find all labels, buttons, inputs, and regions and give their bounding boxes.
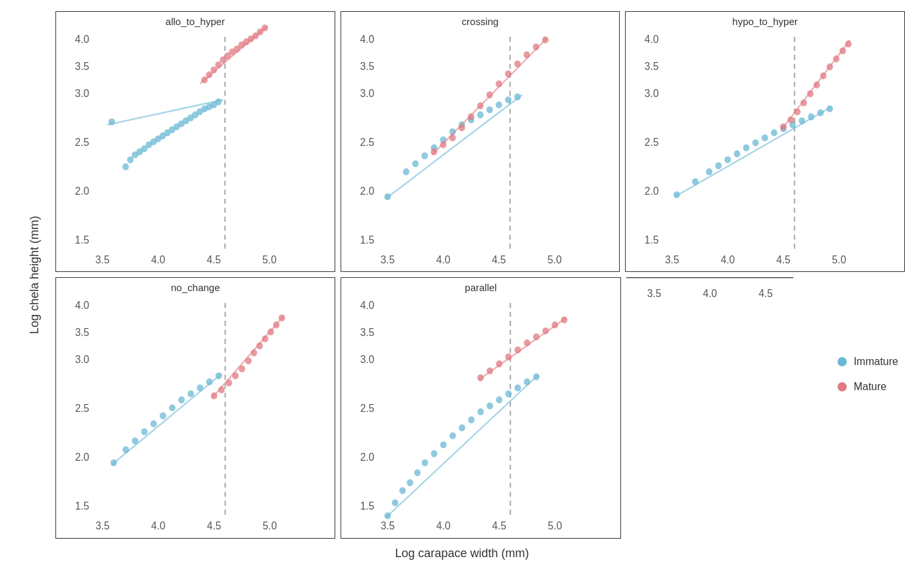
legend-label-mature: Mature [853,381,886,393]
svg-text:3.5: 3.5 [75,59,90,72]
svg-point-102 [706,168,713,175]
svg-text:5.0: 5.0 [263,253,277,265]
svg-point-193 [524,378,531,386]
svg-line-165 [213,316,284,398]
legend-dot-immature [838,357,847,366]
svg-point-70 [486,106,493,114]
plot-svg-crossing: 1.5 2.0 2.5 3.0 3.5 4.0 3.5 4.0 4.5 5.0 [341,12,620,272]
svg-text:5.0: 5.0 [263,520,277,532]
svg-point-69 [477,111,484,118]
panel-title-allo_to_hyper: allo_to_hyper [56,16,335,27]
svg-text:3.5: 3.5 [645,59,659,72]
svg-text:4.0: 4.0 [436,253,451,265]
svg-text:3.5: 3.5 [647,287,661,300]
svg-point-179 [399,487,406,494]
svg-text:1.5: 1.5 [360,233,374,246]
svg-text:4.0: 4.0 [151,253,166,265]
svg-line-206 [479,318,566,380]
plot-svg-parallel: 1.5 2.0 2.5 3.0 3.5 4.0 3.5 4.0 4.5 5.0 [341,278,620,538]
svg-point-82 [505,70,512,77]
svg-point-12 [122,163,129,170]
svg-text:3.5: 3.5 [75,325,90,338]
panel-crossing: crossing 1.5 2.0 2.5 3.0 3.5 4.0 3.5 4.0… [341,11,620,273]
svg-text:3.5: 3.5 [380,253,395,265]
plot-svg-no_change: 1.5 2.0 2.5 3.0 3.5 4.0 3.5 4.0 4.5 5.0 [56,278,335,538]
svg-point-103 [715,162,722,169]
svg-point-188 [478,409,484,416]
svg-point-190 [496,396,503,403]
plot-svg-hypo_to_hyper: 1.5 2.0 2.5 3.0 3.5 4.0 3.5 4.0 4.5 5.0 [626,12,904,272]
svg-point-181 [414,469,421,477]
panel-parallel: parallel 1.5 2.0 2.5 3.0 3.5 4.0 3.5 4.0… [341,277,620,539]
svg-text:3.0: 3.0 [75,353,90,365]
svg-text:3.5: 3.5 [381,520,395,532]
panel-title-parallel: parallel [341,282,620,293]
svg-point-180 [407,479,414,487]
chart-container: Log chela height (mm) allo_to_hyper 1.5 … [16,9,908,563]
svg-point-106 [743,144,750,151]
svg-point-107 [752,139,759,146]
svg-text:3.0: 3.0 [360,353,375,365]
svg-point-62 [412,160,418,167]
svg-text:1.5: 1.5 [360,500,375,512]
plot-svg-allo_to_hyper: 1.5 2.0 2.5 3.0 3.5 4.0 3.5 4.0 4.5 5.0 [56,12,335,272]
svg-text:5.0: 5.0 [548,520,562,532]
svg-point-147 [178,396,185,403]
legend-item-mature: Mature [838,381,898,393]
plots-row-2: no_change 1.5 2.0 2.5 3.0 3.5 4.0 3.5 4.… [53,275,908,541]
svg-point-71 [496,101,502,108]
svg-point-182 [422,459,428,467]
svg-point-184 [440,441,447,448]
svg-point-178 [392,499,399,506]
svg-line-205 [386,375,539,518]
svg-point-105 [734,150,741,157]
svg-point-148 [187,390,194,397]
svg-point-108 [762,134,768,141]
svg-point-187 [468,417,475,424]
panel-title-crossing: crossing [341,16,620,27]
panel-allo_to_hyper: allo_to_hyper 1.5 2.0 2.5 3.0 3.5 4.0 3.… [55,11,335,273]
svg-point-145 [160,413,166,420]
svg-text:4.0: 4.0 [75,298,90,311]
svg-text:3.5: 3.5 [96,253,110,265]
svg-text:1.5: 1.5 [645,233,659,246]
svg-text:2.0: 2.0 [75,450,90,463]
svg-point-189 [487,402,494,409]
svg-text:4.0: 4.0 [721,253,735,265]
svg-text:3.0: 3.0 [645,86,659,99]
svg-text:3.5: 3.5 [96,520,110,532]
y-axis-label-container: Log chela height (mm) [16,9,53,541]
svg-text:5.0: 5.0 [547,253,562,265]
legend-dot-mature [838,382,847,391]
x-axis-label: Log carapace width (mm) [395,547,529,560]
svg-line-48 [200,26,268,84]
panel-empty: 3.5 4.0 4.5 Immature M [626,277,905,539]
svg-text:2.0: 2.0 [360,450,375,463]
svg-point-146 [169,404,176,411]
panel-no_change: no_change 1.5 2.0 2.5 3.0 3.5 4.0 3.5 4.… [55,277,335,539]
svg-line-47 [107,100,223,125]
panel-hypo_to_hyper: hypo_to_hyper 1.5 2.0 2.5 3.0 3.5 4.0 3.… [625,11,905,273]
svg-point-183 [431,450,438,457]
svg-text:4.5: 4.5 [758,287,773,300]
svg-text:4.5: 4.5 [777,253,791,265]
svg-point-104 [725,156,731,163]
plots-and-legend: allo_to_hyper 1.5 2.0 2.5 3.0 3.5 4.0 3.… [53,9,908,541]
plots-row-1: allo_to_hyper 1.5 2.0 2.5 3.0 3.5 4.0 3.… [53,9,908,275]
svg-point-192 [515,384,521,391]
svg-text:2.0: 2.0 [360,184,374,197]
svg-text:2.5: 2.5 [645,135,659,148]
svg-text:4.5: 4.5 [207,253,221,265]
svg-point-185 [449,432,456,440]
svg-point-72 [505,96,512,103]
svg-text:3.0: 3.0 [360,86,374,99]
panel-title-no_change: no_change [56,282,335,293]
svg-text:4.0: 4.0 [436,520,451,532]
svg-text:3.5: 3.5 [665,253,680,265]
legend-label-immature: Immature [853,356,898,368]
svg-text:5.0: 5.0 [832,253,847,265]
plots-section: allo_to_hyper 1.5 2.0 2.5 3.0 3.5 4.0 3.… [53,9,908,541]
svg-text:4.0: 4.0 [645,32,659,45]
svg-point-109 [771,129,777,136]
svg-line-88 [432,38,546,154]
